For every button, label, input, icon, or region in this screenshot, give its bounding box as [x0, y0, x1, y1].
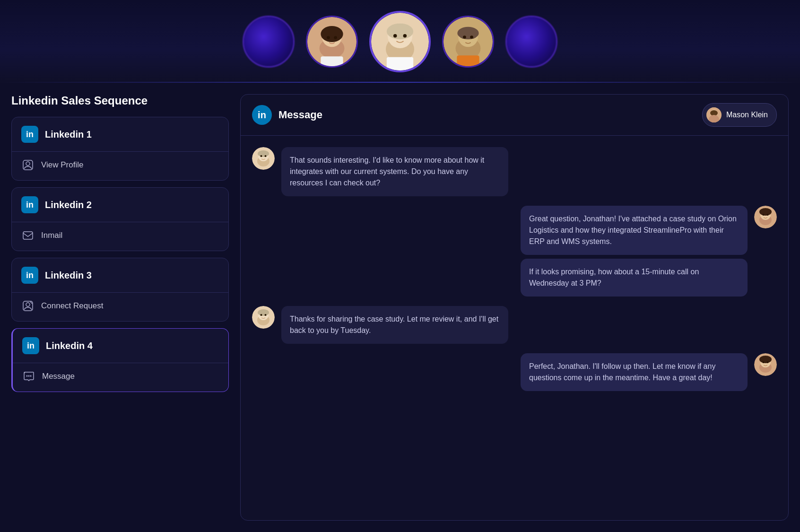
connect-icon-3 [21, 299, 35, 313]
svg-rect-13 [387, 57, 413, 70]
message-row-4: Perfect, Jonathan. I'll follow up then. … [252, 353, 777, 391]
sequence-title-2: Linkedin 2 [45, 200, 92, 210]
user-badge[interactable]: Mason Klein [702, 103, 777, 127]
avatar-5[interactable] [505, 16, 557, 68]
message-panel-title: Message [278, 109, 322, 121]
sequence-sub-label-3: Connect Request [41, 301, 103, 311]
user-badge-name: Mason Klein [726, 111, 768, 119]
svg-point-39 [265, 155, 267, 157]
sequence-header-2: in Linkedin 2 [12, 188, 228, 222]
sequence-sub-3[interactable]: Connect Request [12, 292, 228, 321]
linkedin-icon-1: in [21, 126, 38, 143]
svg-point-56 [763, 361, 765, 363]
message-text-4: Perfect, Jonathan. I'll follow up then. … [529, 362, 715, 382]
avatar-bar [0, 0, 800, 83]
svg-point-44 [763, 214, 765, 216]
message-text-3: Thanks for sharing the case study. Let m… [290, 315, 498, 334]
sequence-header-1: in Linkedin 1 [12, 117, 228, 151]
svg-point-17 [457, 26, 478, 39]
svg-point-27 [26, 375, 28, 377]
linkedin-icon-2: in [21, 196, 38, 213]
svg-rect-20 [457, 55, 479, 66]
message-text-2b: If it looks promising, how about a 15-mi… [529, 268, 699, 287]
linkedin-header-icon: in [252, 105, 272, 125]
message-bubble-2a: Great question, Jonathan! I've attached … [521, 206, 748, 255]
sequence-header-3: in Linkedin 3 [12, 258, 228, 292]
mason-avatar-2 [754, 353, 777, 376]
svg-point-4 [327, 36, 330, 39]
sequence-item-1[interactable]: in Linkedin 1 View Profile [11, 117, 229, 181]
sequence-title-3: Linkedin 3 [45, 270, 92, 281]
svg-point-37 [258, 150, 269, 157]
sequence-item-2[interactable]: in Linkedin 2 Inmail [11, 187, 229, 251]
svg-point-18 [463, 35, 466, 39]
chat-area: That sounds interesting. I'd like to kno… [241, 136, 788, 520]
svg-point-29 [30, 375, 32, 377]
svg-point-22 [26, 162, 30, 166]
message-bubble-2b: If it looks promising, how about a 15-mi… [521, 259, 748, 297]
avatar-1[interactable] [243, 16, 295, 68]
message-bubble-1: That sounds interesting. I'd like to kno… [281, 147, 508, 196]
svg-rect-6 [321, 56, 343, 66]
message-bubble-4: Perfect, Jonathan. I'll follow up then. … [521, 353, 748, 391]
sequence-sub-label-1: View Profile [41, 160, 83, 170]
jonathan-avatar-1 [252, 147, 275, 170]
sequence-sub-2[interactable]: Inmail [12, 222, 228, 251]
svg-point-43 [759, 208, 772, 216]
sequence-sub-label-4: Message [42, 372, 75, 381]
sequence-sub-1[interactable]: View Profile [12, 151, 228, 180]
male-face-main-svg [371, 11, 429, 72]
svg-rect-23 [23, 232, 33, 239]
panel-title: Linkedin Sales Sequence [11, 94, 229, 107]
avatar-2[interactable] [306, 16, 358, 68]
svg-point-3 [321, 26, 343, 42]
right-panel: in Message Mason Klein [240, 94, 789, 521]
message-header: in Message Mason Klein [241, 95, 788, 136]
svg-point-11 [393, 34, 397, 38]
message-text-1: That sounds interesting. I'd like to kno… [290, 156, 484, 187]
sequence-sub-label-2: Inmail [41, 231, 62, 240]
svg-point-25 [26, 303, 30, 306]
svg-point-5 [334, 36, 337, 39]
left-panel: Linkedin Sales Sequence in Linkedin 1 Vi… [11, 94, 229, 521]
main-content: Linkedin Sales Sequence in Linkedin 1 Vi… [0, 83, 800, 532]
jonathan-avatar-2 [252, 306, 275, 329]
user-badge-avatar [706, 107, 722, 122]
svg-point-45 [767, 214, 769, 216]
mason-messages-1: Great question, Jonathan! I've attached … [521, 206, 748, 297]
sequence-title-1: Linkedin 1 [45, 129, 92, 140]
sequence-sub-4[interactable]: Message [13, 363, 228, 392]
svg-point-28 [28, 375, 30, 377]
linkedin-icon-4: in [22, 337, 39, 354]
svg-point-12 [403, 34, 407, 38]
svg-point-38 [261, 155, 262, 157]
avatar-3-main[interactable] [369, 11, 431, 72]
profile-icon-1 [21, 158, 35, 172]
linkedin-icon-3: in [21, 267, 38, 284]
female-face-svg [307, 16, 357, 68]
message-row-3: Thanks for sharing the case study. Let m… [252, 306, 777, 344]
male-face-2-svg [443, 16, 493, 68]
mason-avatar-1 [754, 206, 777, 228]
sequence-item-4[interactable]: in Linkedin 4 Message [11, 328, 229, 392]
message-row-2: Great question, Jonathan! I've attached … [252, 206, 777, 297]
message-icon-4 [22, 370, 35, 383]
sequence-title-4: Linkedin 4 [46, 340, 93, 351]
sequence-header-4: in Linkedin 4 [13, 329, 228, 363]
message-title-group: in Message [252, 105, 322, 125]
avatar-4[interactable] [442, 16, 494, 68]
mail-icon-2 [21, 229, 35, 242]
svg-point-49 [258, 309, 269, 316]
message-bubble-3: Thanks for sharing the case study. Let m… [281, 306, 508, 344]
svg-point-57 [767, 361, 769, 363]
svg-point-10 [387, 23, 413, 39]
svg-point-55 [759, 356, 772, 363]
message-row-1: That sounds interesting. I'd like to kno… [252, 147, 777, 196]
svg-point-19 [470, 35, 473, 39]
svg-point-50 [261, 314, 262, 316]
message-text-2a: Great question, Jonathan! I've attached … [529, 215, 737, 245]
sequence-item-3[interactable]: in Linkedin 3 Connect Request [11, 258, 229, 322]
svg-point-51 [265, 314, 267, 316]
